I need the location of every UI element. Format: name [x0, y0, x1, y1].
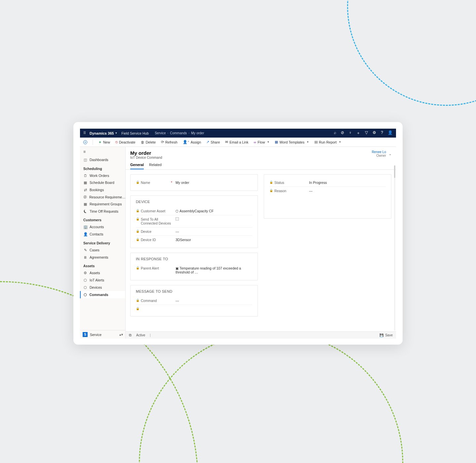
- search-icon[interactable]: ⌕: [334, 130, 336, 136]
- updown-icon: ▲▼: [119, 333, 123, 336]
- sidebar-group-scheduling: Scheduling: [80, 163, 125, 172]
- owner-selector[interactable]: Renee Lo Owner ⌄: [372, 150, 391, 157]
- reason-value: ---: [309, 189, 386, 193]
- help-icon[interactable]: ?: [381, 130, 383, 136]
- chevron-right-icon: ›: [168, 132, 169, 135]
- field-customer-asset[interactable]: 🔒Customer Asset ⬡AssemblyCapacity CF: [136, 207, 252, 215]
- refresh-icon: ⟳: [161, 140, 164, 144]
- hub-name[interactable]: Field Service Hub: [121, 131, 149, 135]
- case-icon: ✎: [83, 248, 87, 252]
- status-value: In Progress: [309, 181, 386, 185]
- new-button[interactable]: ＋New: [98, 140, 110, 145]
- person-icon: 👤: [83, 232, 87, 236]
- save-icon: 💾: [379, 333, 383, 337]
- sidebar-item-devices[interactable]: ⬡Devices: [80, 284, 125, 291]
- sidebar-item-agreements[interactable]: 🗎Agreements: [80, 254, 125, 261]
- go-back-icon[interactable]: [83, 140, 87, 144]
- field-name[interactable]: 🔒Name* My order: [136, 179, 252, 187]
- lock-icon: 🔒: [136, 238, 139, 241]
- field-extra[interactable]: 🔒: [136, 305, 252, 312]
- tab-related[interactable]: Related: [149, 163, 162, 169]
- hamburger-icon[interactable]: ≡: [80, 149, 125, 156]
- name-value: My order: [176, 181, 252, 185]
- area-badge: S: [83, 332, 88, 337]
- group-icon: ▦: [83, 202, 87, 206]
- checkbox[interactable]: [176, 217, 179, 221]
- share-button[interactable]: ↗Share: [206, 140, 220, 144]
- doc-icon: 🗎: [83, 255, 87, 259]
- lock-icon: 🔒: [136, 266, 139, 270]
- field-send-to-all[interactable]: 🔒Send To All Connected Devices: [136, 215, 252, 228]
- gear-icon[interactable]: ⚙: [373, 130, 376, 136]
- open-icon[interactable]: ⧉: [129, 333, 132, 337]
- lightbulb-icon[interactable]: ♀: [349, 130, 352, 136]
- mail-icon: ✉: [225, 140, 228, 144]
- field-status[interactable]: 🔒Status In Progress: [269, 179, 386, 187]
- add-icon[interactable]: ＋: [356, 130, 360, 136]
- scrollbar[interactable]: [394, 165, 395, 331]
- crumb-service[interactable]: Service: [155, 131, 166, 135]
- sidebar-item-time-off[interactable]: ⏾Time Off Requests: [80, 208, 125, 215]
- report-icon: ▤: [314, 140, 318, 144]
- owner-role: Owner: [372, 154, 386, 157]
- field-command[interactable]: 🔒Command ---: [136, 297, 252, 305]
- sidebar-item-iot-alerts[interactable]: ⬡IoT Alerts: [80, 276, 125, 284]
- sidebar-item-commands[interactable]: ⬡Commands: [80, 291, 125, 298]
- sidebar-item-requirement-groups[interactable]: ▦Requirement Groups: [80, 200, 125, 208]
- crumb-commands[interactable]: Commands: [170, 131, 187, 135]
- sidebar-item-work-orders[interactable]: 🗒Work Orders: [80, 172, 125, 179]
- refresh-button[interactable]: ⟳Refresh: [161, 140, 178, 144]
- sidebar-item-bookings[interactable]: ⇄Bookings: [80, 186, 125, 193]
- word-templates-button[interactable]: ▦Word Templates▼: [275, 140, 309, 144]
- field-parent-alert[interactable]: 🔒Parent Alert ▣Temperature reading of 10…: [136, 264, 252, 276]
- filter-icon[interactable]: ▽: [365, 130, 368, 136]
- lock-icon: 🔒: [136, 217, 139, 221]
- dashboard-icon: ◫: [83, 158, 87, 162]
- section-message: MESSAGE TO SEND: [136, 289, 252, 293]
- assign-button[interactable]: 👤⁺Assign: [183, 140, 201, 144]
- building-icon: 🏢: [83, 225, 87, 229]
- record-header: My order IoT Device Command Renee Lo Own…: [126, 147, 396, 159]
- task-icon[interactable]: ⊘: [341, 130, 344, 136]
- sidebar-item-resource-requirements[interactable]: ⦿Resource Requireme…: [80, 193, 125, 200]
- run-report-button[interactable]: ▤Run Report▼: [314, 140, 341, 144]
- main-content: My order IoT Device Command Renee Lo Own…: [126, 147, 396, 339]
- command-bar: ＋New ⦸Deactivate 🗑Delete ⟳Refresh 👤⁺Assi…: [80, 138, 396, 147]
- lock-icon: 🔒: [136, 181, 139, 184]
- owner-name: Renee Lo: [372, 150, 386, 154]
- name-card: 🔒Name* My order: [130, 174, 258, 191]
- delete-button[interactable]: 🗑Delete: [141, 140, 156, 144]
- field-reason[interactable]: 🔒Reason ---: [269, 187, 386, 195]
- record-tabs: General Related: [126, 159, 396, 170]
- email-link-button[interactable]: ✉Email a Link: [225, 140, 248, 144]
- user-icon[interactable]: 👤: [388, 130, 393, 136]
- parent-alert-link[interactable]: ▣Temperature reading of 107 exceeded a t…: [176, 266, 252, 274]
- section-device: DEVICE: [136, 200, 252, 204]
- sidebar-item-accounts[interactable]: 🏢Accounts: [80, 223, 125, 231]
- deactivate-button[interactable]: ⦸Deactivate: [115, 140, 136, 144]
- field-device-id[interactable]: 🔒Device ID 3DSensor: [136, 236, 252, 244]
- device-icon: ⬡: [83, 285, 87, 290]
- status-text: Active: [136, 333, 145, 337]
- lock-icon: 🔒: [269, 181, 273, 184]
- calendar-icon: ▦: [83, 181, 87, 185]
- customer-asset-link[interactable]: ⬡AssemblyCapacity CF: [176, 209, 252, 213]
- sidebar-item-cases[interactable]: ✎Cases: [80, 246, 125, 254]
- tab-general[interactable]: General: [130, 163, 144, 169]
- lock-icon: 🔒: [136, 230, 139, 233]
- plus-icon: ＋: [98, 140, 102, 145]
- sidebar-item-contacts[interactable]: 👤Contacts: [80, 231, 125, 238]
- entity-label: IoT Device Command: [130, 156, 162, 159]
- device-id-value: 3DSensor: [176, 238, 252, 242]
- sidebar-group-service-delivery: Service Delivery: [80, 238, 125, 246]
- area-switcher[interactable]: S Service ▲▼: [80, 330, 125, 339]
- field-device[interactable]: 🔒Device ---: [136, 228, 252, 236]
- decoration-circle-green-small: [139, 331, 403, 463]
- sidebar-item-dashboards[interactable]: ◫Dashboards: [80, 156, 125, 163]
- sidebar-item-schedule-board[interactable]: ▦Schedule Board: [80, 179, 125, 186]
- sidebar-item-assets[interactable]: ⚙Assets: [80, 269, 125, 276]
- flow-button[interactable]: ∞Flow▼: [254, 140, 270, 144]
- chevron-down-icon[interactable]: ▼: [115, 132, 117, 135]
- save-button[interactable]: 💾Save: [379, 333, 393, 337]
- app-launcher-icon[interactable]: ⠿: [83, 131, 86, 135]
